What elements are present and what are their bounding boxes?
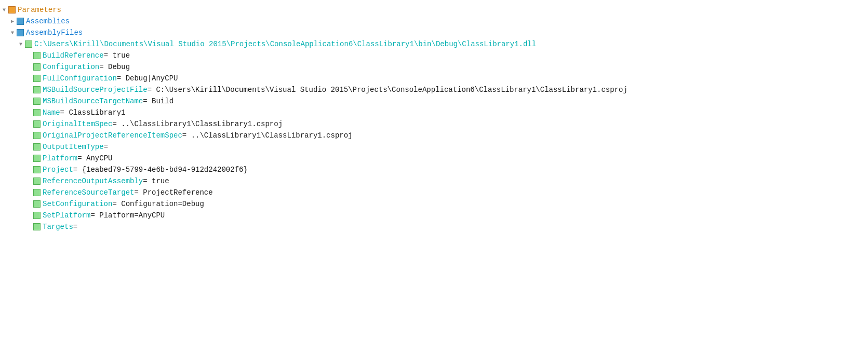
node-value: = Debug|AnyCPU [117, 74, 178, 83]
node-label: C:\Users\Kirill\Documents\Visual Studio … [34, 40, 536, 48]
node-icon [33, 75, 41, 82]
node-icon [17, 29, 24, 36]
node-label: SetConfiguration [43, 200, 112, 208]
tree-row: Targets = [0, 221, 868, 233]
node-value: = true [104, 51, 130, 60]
tree-row: ReferenceSourceTarget = ProjectReference [0, 187, 868, 198]
node-value: = ..\ClassLibrary1\ClassLibrary1.csproj [182, 131, 353, 140]
node-icon [33, 166, 41, 173]
node-icon [33, 178, 41, 185]
node-label: Platform [43, 154, 77, 162]
tree-row: OriginalProjectReferenceItemSpec = ..\Cl… [0, 130, 868, 141]
node-icon [33, 200, 41, 208]
node-label: BuildReference [43, 51, 104, 60]
node-icon [25, 40, 32, 48]
node-label: Parameters [18, 6, 61, 14]
node-value: = {1eabed79-5799-4e6b-bd94-912d242002f6} [73, 166, 248, 174]
node-value: = C:\Users\Kirill\Documents\Visual Studi… [148, 86, 627, 94]
node-value: = [104, 143, 108, 151]
tree-row: OutputItemType = [0, 141, 868, 153]
tree-row: SetConfiguration = Configuration=Debug [0, 198, 868, 210]
node-icon [33, 212, 41, 219]
tree-row: Configuration = Debug [0, 61, 868, 73]
node-icon [33, 120, 41, 128]
node-icon [33, 223, 41, 230]
node-label: Configuration [43, 63, 99, 71]
node-icon [33, 63, 41, 71]
node-label: SetPlatform [43, 211, 90, 220]
node-icon [8, 6, 16, 13]
node-value: = Build [143, 97, 173, 105]
tree-row: ReferenceOutputAssembly = true [0, 175, 868, 187]
node-icon [33, 52, 41, 59]
tree-row: ▼C:\Users\Kirill\Documents\Visual Studio… [0, 38, 868, 50]
node-label: MSBuildSourceProjectFile [43, 86, 148, 94]
node-value: = Platform=AnyCPU [90, 211, 165, 220]
node-icon [33, 189, 41, 196]
node-label: OriginalItemSpec [43, 120, 112, 128]
node-label: Project [43, 166, 73, 174]
node-value: = AnyCPU [77, 154, 112, 162]
node-value: = Debug [99, 63, 130, 71]
tree-container: ▼Parameters▶Assemblies▼AssemblyFiles▼C:\… [0, 0, 868, 237]
node-value: = ClassLibrary1 [60, 108, 126, 117]
node-value: = [73, 223, 77, 231]
tree-row: Name = ClassLibrary1 [0, 107, 868, 118]
tree-row: MSBuildSourceTargetName = Build [0, 95, 868, 107]
tree-row: FullConfiguration = Debug|AnyCPU [0, 73, 868, 84]
node-icon [33, 86, 41, 93]
tree-row: MSBuildSourceProjectFile = C:\Users\Kiri… [0, 84, 868, 95]
expand-button[interactable]: ▶ [8, 17, 17, 25]
tree-row: Project = {1eabed79-5799-4e6b-bd94-912d2… [0, 164, 868, 175]
node-label: ReferenceOutputAssembly [43, 177, 143, 185]
node-label: Name [43, 108, 60, 117]
node-value: = Configuration=Debug [112, 200, 204, 208]
node-label: ReferenceSourceTarget [43, 188, 134, 197]
tree-row: Platform = AnyCPU [0, 153, 868, 164]
node-icon [33, 109, 41, 116]
node-label: FullConfiguration [43, 74, 117, 83]
node-label: Targets [43, 223, 73, 231]
node-label: MSBuildSourceTargetName [43, 97, 143, 105]
node-icon [33, 143, 41, 151]
node-label: OutputItemType [43, 143, 104, 151]
node-icon [17, 18, 24, 25]
collapse-button[interactable]: ▼ [0, 6, 8, 14]
node-icon [33, 98, 41, 105]
tree-row: OriginalItemSpec = ..\ClassLibrary1\Clas… [0, 118, 868, 130]
tree-row: BuildReference = true [0, 50, 868, 61]
node-value: = ProjectReference [134, 188, 212, 197]
node-label: AssemblyFiles [26, 29, 83, 37]
tree-row: ▼Parameters [0, 4, 868, 16]
node-icon [33, 132, 41, 139]
node-label: Assemblies [26, 17, 70, 25]
node-icon [33, 155, 41, 162]
tree-row: ▼AssemblyFiles [0, 27, 868, 38]
node-value: = true [143, 177, 169, 185]
node-label: OriginalProjectReferenceItemSpec [43, 131, 182, 140]
tree-row: ▶Assemblies [0, 16, 868, 27]
collapse-button[interactable]: ▼ [17, 40, 25, 48]
tree-row: SetPlatform = Platform=AnyCPU [0, 210, 868, 221]
collapse-button[interactable]: ▼ [8, 29, 17, 37]
node-value: = ..\ClassLibrary1\ClassLibrary1.csproj [112, 120, 283, 128]
